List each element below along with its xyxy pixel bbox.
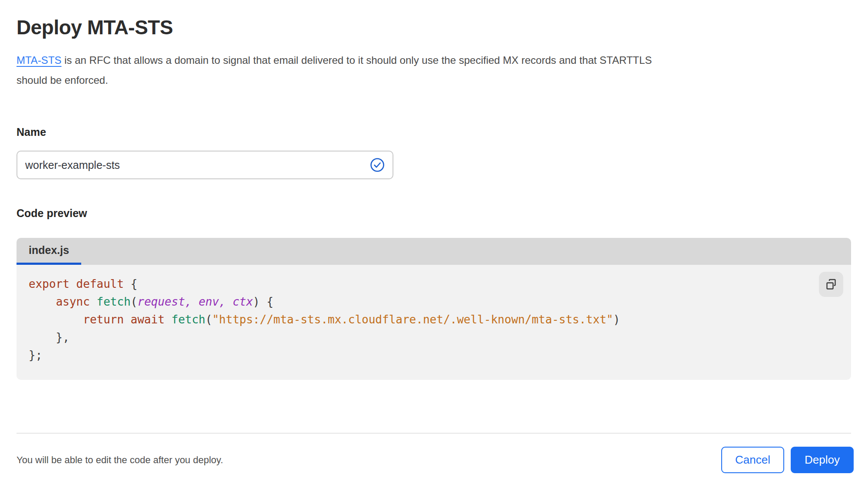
- deploy-mta-sts-page: Deploy MTA-STS MTA-STS is an RFC that al…: [0, 0, 868, 494]
- description-text: is an RFC that allows a domain to signal…: [17, 54, 652, 86]
- code-tabbar: index.js: [17, 238, 851, 265]
- footer: You will be able to edit the code after …: [17, 447, 854, 473]
- code-block: export default { async fetch(request, en…: [29, 275, 799, 364]
- footer-actions: Cancel Deploy: [721, 447, 854, 473]
- mta-sts-link[interactable]: MTA-STS: [17, 54, 62, 66]
- code-preview-label: Code preview: [17, 207, 855, 220]
- code-area: export default { async fetch(request, en…: [17, 265, 851, 380]
- name-field-wrap: [17, 151, 393, 179]
- code-preview-card: index.js export default { async fetch(re…: [17, 238, 851, 380]
- page-title: Deploy MTA-STS: [17, 16, 855, 39]
- deploy-button[interactable]: Deploy: [791, 447, 854, 473]
- copy-icon: [823, 277, 839, 292]
- tab-index-js[interactable]: index.js: [17, 238, 81, 265]
- name-label: Name: [17, 126, 855, 138]
- footer-note: You will be able to edit the code after …: [17, 454, 223, 466]
- cancel-button[interactable]: Cancel: [721, 447, 784, 473]
- page-description: MTA-STS is an RFC that allows a domain t…: [17, 50, 666, 90]
- check-circle-icon: [370, 158, 385, 172]
- name-input[interactable]: [17, 151, 393, 179]
- copy-code-button[interactable]: [819, 272, 843, 297]
- footer-divider: [17, 433, 851, 434]
